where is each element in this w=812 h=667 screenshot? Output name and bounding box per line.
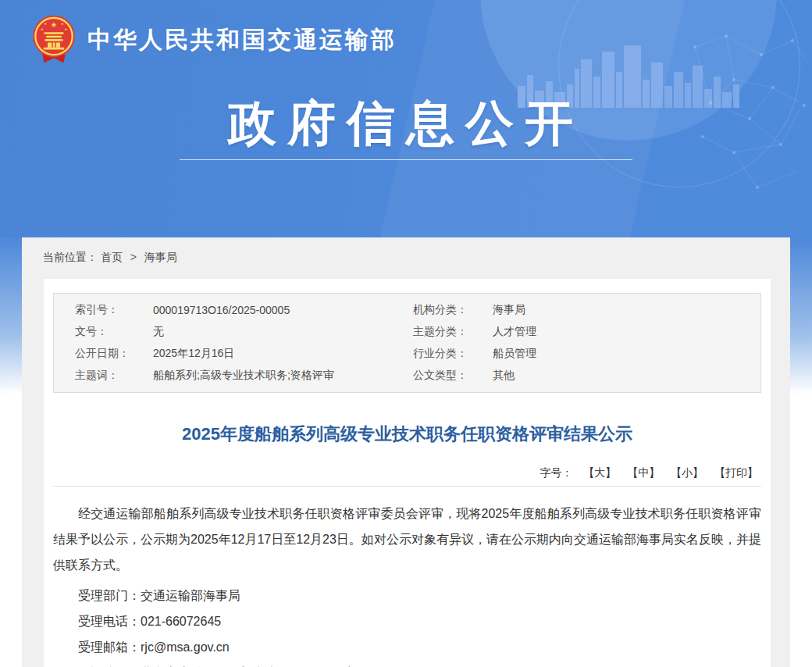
article-paragraph: 经交通运输部船舶系列高级专业技术职务任职资格评审委员会评审，现将2025年度船舶…	[53, 501, 761, 578]
svg-text:★: ★	[64, 27, 67, 31]
national-emblem-icon: ★ ★ ★ ★ ★	[31, 14, 77, 66]
svg-text:★: ★	[44, 22, 47, 26]
contact-line: 受理邮箱：rjc@msa.gov.cn	[53, 639, 761, 655]
breadcrumb-label: 当前位置：	[43, 251, 98, 263]
contact-line: 受理部门：交通运输部海事局	[53, 587, 761, 604]
meta-field-label: 公文类型：	[413, 369, 493, 383]
meta-field-label: 文号：	[75, 325, 153, 339]
meta-field-value: 其他	[493, 369, 760, 383]
font-size-label: 字号：	[540, 466, 572, 479]
meta-field-label: 公开日期：	[75, 347, 153, 361]
content-container: 当前位置： 首页 > 海事局 索引号：000019713O16/2025-000…	[22, 237, 790, 667]
meta-field-value: 2025年12月16日	[153, 347, 413, 361]
breadcrumb-separator: >	[130, 251, 137, 263]
meta-field-value: 人才管理	[493, 325, 760, 339]
meta-field-value: 船舶系列;高级专业技术职务;资格评审	[153, 369, 413, 383]
article-title: 2025年度船舶系列高级专业技术职务任职资格评审结果公示	[53, 423, 761, 446]
font-size-large-button[interactable]: 【大】	[583, 466, 616, 479]
meta-field-label: 主题分类：	[413, 325, 493, 339]
svg-text:★: ★	[51, 20, 58, 29]
svg-text:★: ★	[61, 22, 64, 26]
site-name: 中华人民共和国交通运输部	[87, 24, 397, 56]
meta-table: 索引号：000019713O16/2025-00005机构分类：海事局文号：无主…	[53, 293, 761, 393]
meta-field-label: 机构分类：	[413, 303, 493, 317]
print-button[interactable]: 【打印】	[714, 466, 758, 479]
contact-info: 受理部门：交通运输部海事局受理电话：021-66072645受理邮箱：rjc@m…	[53, 587, 761, 667]
meta-field-label: 主题词：	[75, 369, 153, 383]
breadcrumb-home-link[interactable]: 首页	[101, 251, 123, 263]
meta-row: 主题词：船舶系列;高级专业技术职务;资格评审公文类型：其他	[54, 365, 760, 387]
banner-title: 政府信息公开	[0, 92, 812, 155]
meta-row: 索引号：000019713O16/2025-00005机构分类：海事局	[54, 299, 760, 321]
banner-underline	[180, 159, 632, 160]
title-separator	[53, 486, 761, 487]
article-panel: 索引号：000019713O16/2025-00005机构分类：海事局文号：无主…	[44, 279, 771, 667]
meta-field-value: 无	[153, 325, 413, 339]
font-size-small-button[interactable]: 【小】	[671, 466, 703, 479]
font-size-controls: 字号： 【大】 【中】 【小】 【打印】	[53, 466, 761, 480]
banner: ★ ★ ★ ★ ★ 中华人民共和国交通运输部 政府信息公开	[0, 0, 812, 237]
breadcrumb-current-link[interactable]: 海事局	[144, 251, 177, 263]
meta-row: 公开日期：2025年12月16日行业分类：船员管理	[54, 343, 760, 365]
meta-field-value: 船员管理	[493, 347, 760, 361]
site-header: ★ ★ ★ ★ ★ 中华人民共和国交通运输部	[0, 0, 812, 66]
meta-field-label: 索引号：	[75, 303, 153, 317]
meta-field-value: 海事局	[493, 303, 760, 317]
font-size-medium-button[interactable]: 【中】	[627, 466, 660, 479]
breadcrumb: 当前位置： 首页 > 海事局	[22, 237, 790, 266]
article-body: 经交通运输部船舶系列高级专业技术职务任职资格评审委员会评审，现将2025年度船舶…	[53, 501, 761, 667]
contact-line: 受理电话：021-66072645	[53, 613, 761, 630]
meta-row: 文号：无主题分类：人才管理	[54, 321, 760, 343]
meta-field-value: 000019713O16/2025-00005	[153, 304, 413, 316]
meta-field-label: 行业分类：	[413, 347, 493, 361]
svg-text:★: ★	[41, 27, 44, 31]
